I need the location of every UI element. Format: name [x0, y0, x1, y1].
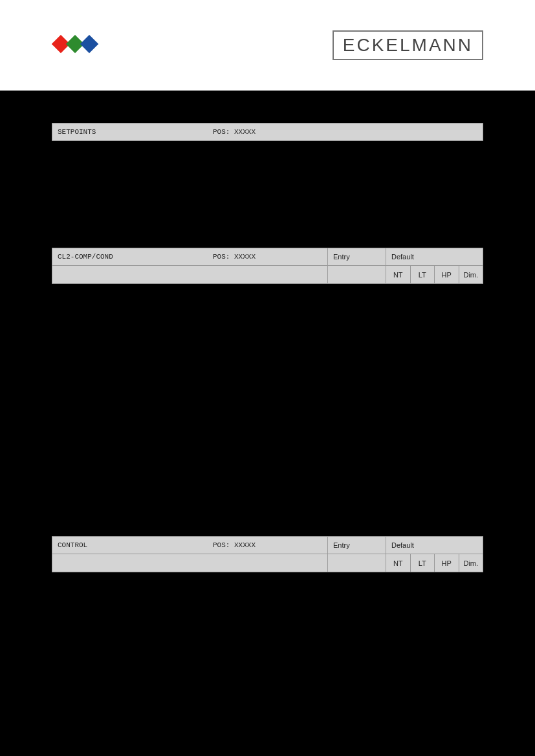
spacer-top: [0, 91, 535, 123]
control-header-row: CONTROL POS: XXXXX Entry Default: [52, 536, 483, 554]
control-col-lt: LT: [411, 554, 435, 572]
header: ECKELMANN: [0, 0, 535, 91]
control-col-dim: Dim.: [459, 554, 483, 572]
control-default-label: Default: [386, 537, 483, 554]
setpoints-header-row: SETPOINTS POS: XXXXX: [52, 123, 483, 141]
cl2-default-label: Default: [386, 248, 483, 265]
cl2-entry-label: Entry: [327, 248, 386, 265]
control-entry-label: Entry: [327, 537, 386, 554]
control-section: CONTROL POS: XXXXX Entry Default NT LT H…: [52, 536, 483, 572]
control-col-nt: NT: [386, 554, 411, 572]
cl2-sub-cols: NT LT HP Dim.: [386, 266, 483, 283]
setpoints-label: SETPOINTS: [52, 128, 208, 136]
spacer-middle-1: [0, 141, 535, 248]
cl2-subheader-row: NT LT HP Dim.: [52, 266, 483, 284]
cl2-col-hp: HP: [435, 266, 459, 283]
cl2-header-row: CL2-COMP/COND POS: XXXXX Entry Default: [52, 248, 483, 266]
setpoints-pos: POS: XXXXX: [208, 128, 483, 136]
page-container: ECKELMANN SETPOINTS POS: XXXXX CL2-COMP/…: [0, 0, 535, 756]
setpoints-section: SETPOINTS POS: XXXXX: [52, 123, 483, 141]
control-subheader-row: NT LT HP Dim.: [52, 554, 483, 572]
control-pos: POS: XXXXX: [208, 541, 327, 549]
cl2-pos: POS: XXXXX: [208, 253, 327, 261]
eckelmann-logo-text: ECKELMANN: [343, 35, 473, 55]
svg-rect-2: [80, 35, 98, 53]
spacer-bottom: [0, 572, 535, 756]
cl2-col-dim: Dim.: [459, 266, 483, 283]
logo-right: ECKELMANN: [333, 30, 483, 60]
logo-diamonds-icon: [52, 35, 98, 56]
cl2-col-lt: LT: [411, 266, 435, 283]
control-col-hp: HP: [435, 554, 459, 572]
control-label: CONTROL: [52, 541, 208, 549]
cl2-section: CL2-COMP/COND POS: XXXXX Entry Default N…: [52, 248, 483, 284]
cl2-col-nt: NT: [386, 266, 411, 283]
cl2-label: CL2-COMP/COND: [52, 253, 208, 261]
control-sub-cols: NT LT HP Dim.: [386, 554, 483, 572]
spacer-middle-2: [0, 284, 535, 536]
logo-left: [52, 35, 98, 56]
